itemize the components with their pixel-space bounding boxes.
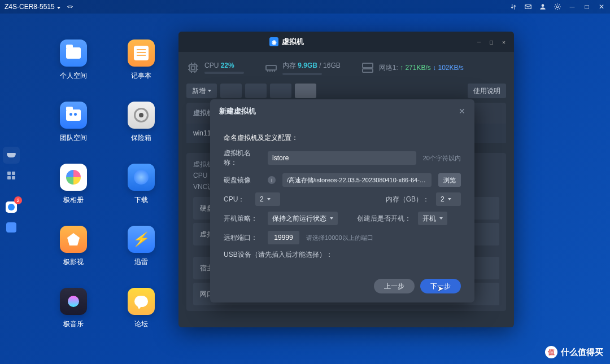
svg-rect-3 <box>190 64 197 71</box>
vm-name-input[interactable] <box>268 151 416 165</box>
disk-path-input[interactable]: /高速存储/istoreos-22.03.5-2023080410-x86-64… <box>282 173 432 187</box>
transfer-icon[interactable] <box>509 3 517 11</box>
desktop-icon-下载[interactable]: 下载 <box>107 164 175 226</box>
vm-titlebar[interactable]: ◉ 虚拟机 ─ □ ✕ <box>178 32 514 52</box>
next-button[interactable]: 下一步 ➤ <box>420 279 461 293</box>
desktop-icon-迅雷[interactable]: ⚡迅雷 <box>107 226 175 288</box>
label-cpu: CPU： <box>224 195 249 204</box>
label-remote-port: 远程端口： <box>224 233 261 243</box>
desktop-grid: 个人空间记事本团队空间保险箱极相册下载极影视⚡迅雷极音乐论坛 <box>40 40 175 350</box>
label-mem: 内存（GB）： <box>386 195 429 204</box>
toolbar-slot-4[interactable] <box>295 84 316 98</box>
info-icon[interactable]: i <box>268 176 276 184</box>
desktop-icon-论坛[interactable]: 论坛 <box>107 288 175 350</box>
watermark-badge: 值 <box>545 346 557 358</box>
modal-close-icon[interactable]: ✕ <box>459 107 465 116</box>
desktop-icon-个人空间[interactable]: 个人空间 <box>40 40 107 102</box>
stat-memory: 内存 9.9GB / 16GB <box>264 61 341 75</box>
desktop-icon-团队空间[interactable]: 团队空间 <box>40 102 107 164</box>
svg-point-2 <box>556 6 559 8</box>
boot-policy-select[interactable]: 保持之前运行状态 <box>268 212 338 225</box>
gear-icon[interactable] <box>554 3 561 11</box>
svg-rect-4 <box>191 66 195 69</box>
new-vm-modal: 新建虚拟机 ✕ 命名虚拟机及定义配置： 虚拟机名称： 20个字符以内 硬盘镜像 … <box>210 99 474 302</box>
desktop-icon-保险箱[interactable]: 保险箱 <box>107 102 175 164</box>
label-disk-image: 硬盘镜像 <box>224 176 261 185</box>
minimize-icon[interactable]: ─ <box>568 3 576 11</box>
dock-apps[interactable] <box>3 167 20 184</box>
modal-title: 新建虚拟机 <box>219 106 256 116</box>
svg-rect-6 <box>363 63 373 68</box>
system-topbar: Z4S-CER8-5515 ─ □ ✕ <box>0 0 610 14</box>
close-icon[interactable]: ✕ <box>598 3 605 11</box>
toolbar-slot-1[interactable] <box>220 84 242 98</box>
desktop-icon-极音乐[interactable]: 极音乐 <box>40 288 107 350</box>
maximize-icon[interactable]: □ <box>583 3 591 11</box>
auto-start-select[interactable]: 开机 <box>418 212 447 225</box>
toolbar-slot-2[interactable] <box>245 84 267 98</box>
dock-files[interactable] <box>3 219 20 236</box>
vm-stats-bar: CPU 22% 内存 9.9GB / 16GB 网络1: ↑ 271KB/s ↓… <box>178 52 514 84</box>
hint-port: 请选择10000以上的端口 <box>306 234 373 242</box>
stat-network: 网络1: ↑ 271KB/s ↓ 102KB/s <box>361 61 464 74</box>
toolbar-slot-3[interactable] <box>270 84 291 98</box>
browse-button[interactable]: 浏览 <box>438 173 461 187</box>
hint-name: 20个字符以内 <box>423 154 461 163</box>
wifi-icon[interactable] <box>66 3 74 11</box>
svg-rect-5 <box>266 65 276 70</box>
user-icon[interactable] <box>539 3 547 11</box>
svg-rect-7 <box>363 69 373 72</box>
vm-maximize-icon[interactable]: □ <box>487 37 496 46</box>
dock-vm[interactable] <box>3 199 20 216</box>
label-auto-start: 创建后是否开机： <box>357 214 411 223</box>
stat-cpu: CPU 22% <box>186 61 244 74</box>
mem-select[interactable]: 2 <box>436 192 461 206</box>
desktop-icon-极影视[interactable]: 极影视 <box>40 226 107 288</box>
cpu-select[interactable]: 2 <box>255 192 280 206</box>
watermark: 值 什么值得买 <box>545 346 603 358</box>
label-boot-policy: 开机策略： <box>224 214 261 223</box>
new-vm-button[interactable]: 新增 <box>186 84 217 98</box>
vm-app-icon: ◉ <box>269 37 278 46</box>
desktop-icon-记事本[interactable]: 记事本 <box>107 40 175 102</box>
network-icon <box>361 61 374 74</box>
vm-close-icon[interactable]: ✕ <box>499 37 508 46</box>
svg-point-1 <box>542 4 544 7</box>
left-dock <box>0 147 23 236</box>
vm-toolbar: 新增 使用说明 <box>178 84 514 98</box>
desktop-icon-极相册[interactable]: 极相册 <box>40 164 107 226</box>
help-button[interactable]: 使用说明 <box>468 84 506 98</box>
vm-title: 虚拟机 <box>282 37 304 47</box>
mail-icon[interactable] <box>524 3 532 11</box>
port-input[interactable] <box>268 231 299 244</box>
watermark-text: 什么值得买 <box>561 347 603 358</box>
dock-desktop[interactable] <box>3 147 20 164</box>
section-heading: 命名虚拟机及定义配置： <box>224 133 461 143</box>
vm-minimize-icon[interactable]: ─ <box>474 37 483 46</box>
prev-button[interactable]: 上一步 <box>374 279 415 293</box>
memory-icon <box>264 61 278 74</box>
label-vm-name: 虚拟机名称： <box>224 148 261 168</box>
label-usb: USB设备（请先插入后才能选择）： <box>224 250 333 260</box>
hostname-label[interactable]: Z4S-CER8-5515 <box>5 3 60 11</box>
cpu-icon <box>186 61 200 74</box>
